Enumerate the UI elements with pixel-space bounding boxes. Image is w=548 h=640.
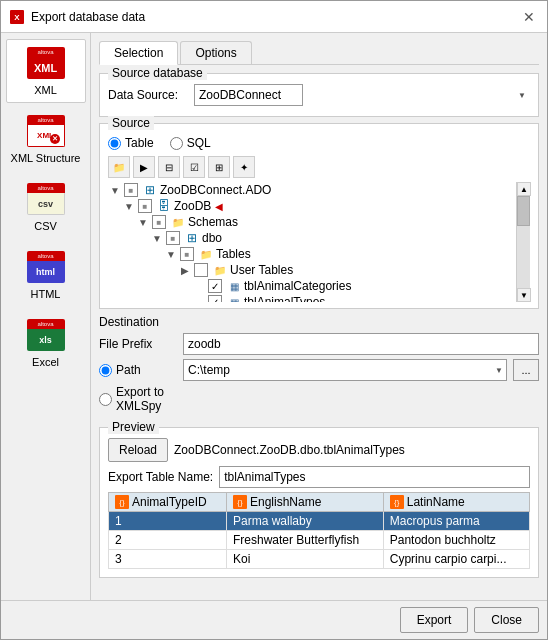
toolbar-btn-arrow[interactable]: ▶ (133, 156, 155, 178)
table-row[interactable]: 3 Koi Cyprinu carpio carpi... (109, 550, 530, 569)
source-database-label: Source database (108, 66, 207, 80)
checkbox-1[interactable] (138, 199, 152, 213)
toolbar-btn-grid[interactable]: ⊞ (208, 156, 230, 178)
cell-latin-2: Pantodon buchholtz (383, 531, 529, 550)
folder-icon-5: 📁 (212, 263, 228, 277)
checkbox-3[interactable] (166, 231, 180, 245)
sidebar-item-excel[interactable]: altova xls Excel (6, 311, 86, 375)
checkbox-7[interactable] (208, 295, 222, 302)
tree-text-4: Tables (216, 247, 251, 261)
tab-selection[interactable]: Selection (99, 41, 178, 65)
tree-row-6[interactable]: ▦ tblAnimalCategories (108, 278, 516, 294)
expander-1[interactable]: ▼ (122, 199, 136, 213)
db-icon-0: ⊞ (142, 183, 158, 197)
expander-3[interactable]: ▼ (150, 231, 164, 245)
sidebar-item-csv[interactable]: altova csv CSV (6, 175, 86, 239)
file-prefix-input[interactable]: zoodb (183, 333, 539, 355)
reload-button[interactable]: Reload (108, 438, 168, 462)
export-dialog: X Export database data ✕ altova XML XML (0, 0, 548, 640)
table-radio[interactable]: Table (108, 136, 154, 150)
preview-table: {} AnimalTypeID {} EnglishName (108, 492, 530, 569)
source-radio-group: Table SQL (108, 136, 530, 150)
title-bar-icon: X (9, 9, 25, 25)
path-input[interactable] (183, 359, 507, 381)
tree-toolbar: 📁 ▶ ⊟ ☑ ⊞ ✦ (108, 154, 530, 180)
toolbar-btn-refresh[interactable]: ✦ (233, 156, 255, 178)
cell-latin-3: Cyprinu carpio carpi... (383, 550, 529, 569)
path-radio[interactable]: Path (99, 363, 177, 377)
checkbox-5[interactable] (194, 263, 208, 277)
tree-row-1[interactable]: ▼ 🗄 ZooDB ◀ (108, 198, 516, 214)
preview-path: ZooDBConnect.ZooDB.dbo.tblAnimalTypes (174, 443, 405, 457)
expander-5[interactable]: ▶ (178, 263, 192, 277)
checkbox-0[interactable] (124, 183, 138, 197)
export-xmlspy-radio[interactable]: Export to XMLSpy (99, 385, 177, 413)
preview-inner: Reload ZooDBConnect.ZooDB.dbo.tblAnimalT… (100, 428, 538, 577)
export-button[interactable]: Export (400, 607, 469, 633)
checkbox-2[interactable] (152, 215, 166, 229)
cell-latin-1: Macropus parma (383, 512, 529, 531)
export-xmlspy-label: Export to XMLSpy (116, 385, 177, 413)
toolbar-btn-folder[interactable]: 📁 (108, 156, 130, 178)
checkbox-4[interactable] (180, 247, 194, 261)
col-header-latin: {} LatinName (383, 493, 529, 512)
tree-row-5[interactable]: ▶ 📁 User Tables (108, 262, 516, 278)
scroll-thumb[interactable] (517, 196, 530, 226)
checkbox-6[interactable] (208, 279, 222, 293)
table-radio-input[interactable] (108, 137, 121, 150)
table-row[interactable]: 1 Parma wallaby Macropus parma (109, 512, 530, 531)
scroll-down-arrow[interactable]: ▼ (517, 288, 531, 302)
xml-structure-icon: altova XML ✕ (26, 114, 66, 150)
sidebar-item-xml[interactable]: altova XML XML (6, 39, 86, 103)
sidebar-item-html[interactable]: altova html HTML (6, 243, 86, 307)
file-prefix-label: File Prefix (99, 337, 177, 351)
close-button[interactable]: ✕ (519, 7, 539, 27)
path-radio-label: Path (116, 363, 141, 377)
sidebar-item-xml-structure[interactable]: altova XML ✕ XML Structure (6, 107, 86, 171)
scroll-up-arrow[interactable]: ▲ (517, 182, 531, 196)
table-body: 1 Parma wallaby Macropus parma 2 Freshwa… (109, 512, 530, 569)
data-source-select[interactable]: ZooDBConnect (194, 84, 303, 106)
browse-button[interactable]: ... (513, 359, 539, 381)
table-icon-7: ▦ (226, 295, 242, 302)
tree-row-7[interactable]: ▦ tblAnimalTypes (108, 294, 516, 302)
tab-bar: Selection Options (99, 41, 539, 65)
export-xmlspy-radio-input[interactable] (99, 393, 112, 406)
svg-text:X: X (14, 13, 20, 22)
tree-row-4[interactable]: ▼ 📁 Tables (108, 246, 516, 262)
path-select-wrapper (183, 359, 507, 381)
tab-options[interactable]: Options (180, 41, 251, 64)
col-icon-latin: {} (390, 495, 404, 509)
tree-text-5: User Tables (230, 263, 293, 277)
sql-radio[interactable]: SQL (170, 136, 211, 150)
cell-id-3: 3 (109, 550, 227, 569)
table-row[interactable]: 2 Freshwater Butterflyfish Pantodon buch… (109, 531, 530, 550)
expander-0[interactable]: ▼ (108, 183, 122, 197)
tree-row-2[interactable]: ▼ 📁 Schemas (108, 214, 516, 230)
main-content: altova XML XML altova XML ✕ (1, 33, 547, 600)
cell-id-2: 2 (109, 531, 227, 550)
tree-row-3[interactable]: ▼ ⊞ dbo (108, 230, 516, 246)
expander-4[interactable]: ▼ (164, 247, 178, 261)
export-xmlspy-row: Export to XMLSpy (99, 385, 539, 413)
export-name-input[interactable] (219, 466, 530, 488)
sql-radio-input[interactable] (170, 137, 183, 150)
folder-icon-4: 📁 (198, 247, 214, 261)
destination-title: Destination (99, 315, 539, 329)
expander-2[interactable]: ▼ (136, 215, 150, 229)
source-group: Source Table SQL 📁 ▶ ⊟ (99, 123, 539, 309)
tree-scrollbar[interactable]: ▲ ▼ (516, 182, 530, 302)
right-panel: Selection Options Source database Data S… (91, 33, 547, 600)
path-radio-input[interactable] (99, 364, 112, 377)
sql-radio-label: SQL (187, 136, 211, 150)
close-dialog-button[interactable]: Close (474, 607, 539, 633)
data-source-label: Data Source: (108, 88, 188, 102)
sidebar-label-xml-structure: XML Structure (11, 152, 81, 164)
toolbar-btn-filter[interactable]: ⊟ (158, 156, 180, 178)
data-source-row: Data Source: ZooDBConnect (108, 84, 530, 106)
source-database-group: Source database Data Source: ZooDBConnec… (99, 73, 539, 117)
tree-row-0[interactable]: ▼ ⊞ ZooDBConnect.ADO (108, 182, 516, 198)
toolbar-btn-check[interactable]: ☑ (183, 156, 205, 178)
source-label: Source (108, 116, 154, 130)
sidebar-label-csv: CSV (34, 220, 57, 232)
